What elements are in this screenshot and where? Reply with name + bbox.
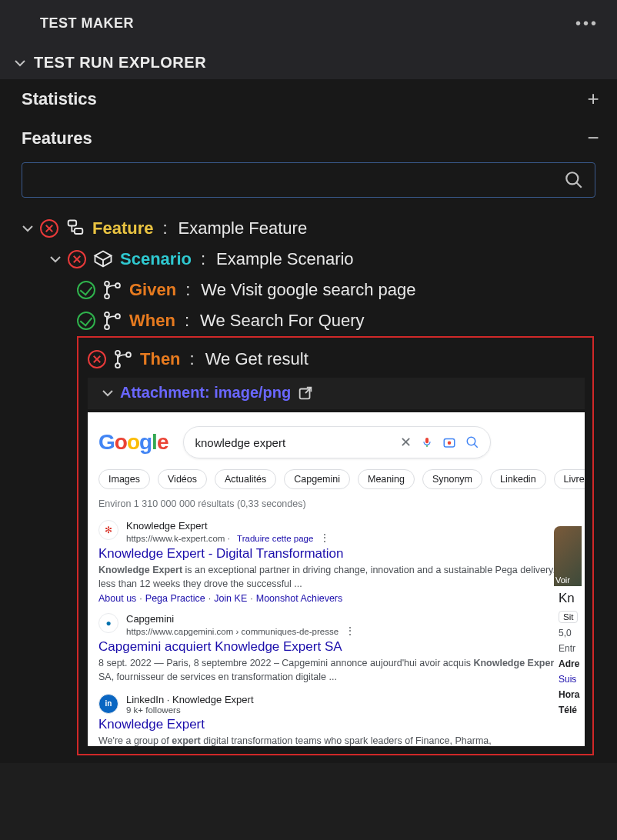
google-search-box[interactable]: ✕ (183, 426, 491, 458)
svg-point-5 (105, 294, 109, 298)
step-text: We Search For Query (200, 311, 365, 331)
svg-point-4 (105, 282, 109, 286)
colon: : (185, 311, 189, 331)
chevron-down-icon (102, 387, 114, 399)
result-site: LinkedIn · Knowledge Expert (126, 694, 254, 705)
category: Entr (559, 643, 585, 654)
step-then-node[interactable]: Then : We Get result (88, 344, 585, 375)
chip-meaning[interactable]: Meaning (358, 469, 415, 489)
clear-icon[interactable]: ✕ (400, 434, 412, 451)
more-icon[interactable]: ••• (575, 15, 599, 32)
attachment-screenshot: Google ✕ Images Vidéos Actualités Capgem… (88, 412, 585, 746)
knowledge-panel-title: Kn (559, 591, 585, 606)
status-fail-icon (88, 350, 106, 368)
chip-images[interactable]: Images (98, 469, 150, 489)
step-given-node[interactable]: Given : We Visit google search page (22, 275, 609, 305)
svg-rect-2 (68, 221, 77, 226)
favicon: ● (98, 613, 118, 633)
statistics-panel: Statistics + (0, 79, 617, 118)
svg-line-19 (475, 444, 479, 448)
svg-point-10 (115, 351, 120, 355)
open-external-icon[interactable] (297, 385, 314, 402)
features-header[interactable]: Features − (0, 118, 617, 158)
search-box[interactable] (22, 162, 595, 198)
website-button[interactable]: Sit (559, 611, 578, 623)
step-text: We Visit google search page (201, 280, 415, 300)
feature-node[interactable]: Feature : Example Feature (22, 213, 609, 244)
result-3: in LinkedIn · Knowledge Expert 9 k+ foll… (88, 691, 585, 747)
result-title[interactable]: Knowledge Expert - Digital Transformatio… (98, 544, 574, 563)
status-pass-icon (77, 312, 95, 330)
step-keyword: When (129, 311, 175, 331)
favicon: ✻ (98, 520, 118, 540)
knowledge-panel-image[interactable]: Voir (554, 526, 582, 586)
rating: 5,0 (559, 628, 585, 638)
result-snippet: We're a group of expert digital transfor… (98, 734, 574, 747)
chip-videos[interactable]: Vidéos (158, 469, 207, 489)
scenario-name: Example Scenario (216, 249, 354, 269)
colon: : (190, 349, 195, 369)
colon: : (185, 280, 190, 300)
scenario-keyword: Scenario (120, 249, 192, 269)
statistics-header[interactable]: Statistics + (0, 79, 617, 118)
result-stats: Environ 1 310 000 000 résultats (0,33 se… (88, 497, 585, 517)
google-search-input[interactable] (195, 436, 391, 449)
branch-icon (112, 348, 134, 370)
chip-capgemini[interactable]: Capgemini (284, 469, 350, 489)
scenario-icon (92, 248, 114, 270)
search-input[interactable] (33, 173, 564, 187)
lens-icon[interactable] (442, 435, 456, 449)
result-site: Capgemini (126, 613, 355, 625)
collapse-features-button[interactable]: − (583, 126, 603, 150)
attachment-label: Attachment: image/png (120, 384, 291, 402)
chip-linkedin[interactable]: Linkedin (490, 469, 546, 489)
app-title: TEST MAKER (40, 15, 134, 32)
svg-point-7 (105, 312, 109, 317)
result-title[interactable]: Knowledge Expert (98, 715, 574, 734)
tree: Feature : Example Feature Scenario : Exa… (0, 207, 617, 763)
section-header[interactable]: TEST RUN EXPLORER (0, 46, 617, 79)
result-title[interactable]: Capgemini acquiert Knowledge Expert SA (98, 637, 574, 656)
search-icon (564, 170, 584, 190)
step-keyword: Given (129, 280, 176, 300)
attachment-row[interactable]: Attachment: image/png (88, 378, 585, 409)
svg-point-9 (115, 314, 120, 318)
expand-statistics-button[interactable]: + (583, 87, 603, 111)
failed-step-container: Then : We Get result Attachment: image/p… (77, 336, 594, 755)
result-snippet: Knowledge Expert is an exceptional partn… (98, 563, 574, 591)
svg-point-6 (115, 283, 120, 288)
svg-rect-3 (75, 228, 83, 234)
result-url: 9 k+ followers (126, 705, 254, 715)
result-site: Knowledge Expert (126, 520, 330, 532)
scenario-node[interactable]: Scenario : Example Scenario (22, 244, 609, 275)
svg-point-11 (115, 363, 120, 368)
step-keyword: Then (140, 349, 181, 369)
features-title: Features (22, 128, 92, 148)
microphone-icon[interactable] (421, 436, 433, 448)
kebab-icon[interactable]: ⋮ (345, 625, 355, 637)
svg-line-1 (576, 182, 582, 188)
branch-icon (102, 279, 123, 301)
chip-news[interactable]: Actualités (215, 469, 276, 489)
features-panel: Features − Feature : Example Feature (0, 118, 617, 763)
section-title: TEST RUN EXPLORER (34, 54, 206, 72)
status-fail-icon (68, 250, 86, 268)
colon: : (201, 249, 205, 269)
google-header: Google ✕ (88, 412, 585, 465)
chip-books[interactable]: Livres (554, 469, 585, 489)
feature-icon (65, 218, 86, 239)
search-icon[interactable] (465, 435, 479, 449)
step-text: We Get result (205, 349, 308, 369)
chip-synonym[interactable]: Synonym (422, 469, 482, 489)
result-1: ✻ Knowledge Expert https://www.k-expert.… (88, 517, 585, 610)
google-chips: Images Vidéos Actualités Capgemini Meani… (88, 465, 585, 497)
svg-point-8 (105, 325, 109, 329)
kebab-icon[interactable]: ⋮ (319, 532, 330, 544)
google-logo: Google (98, 430, 168, 455)
svg-point-17 (448, 442, 452, 445)
favicon: in (98, 694, 118, 714)
feature-keyword: Feature (92, 218, 153, 238)
step-when-node[interactable]: When : We Search For Query (22, 305, 609, 336)
search-wrap (0, 158, 617, 207)
result-url: https://www.k-expert.com · Traduire cett… (126, 532, 330, 544)
